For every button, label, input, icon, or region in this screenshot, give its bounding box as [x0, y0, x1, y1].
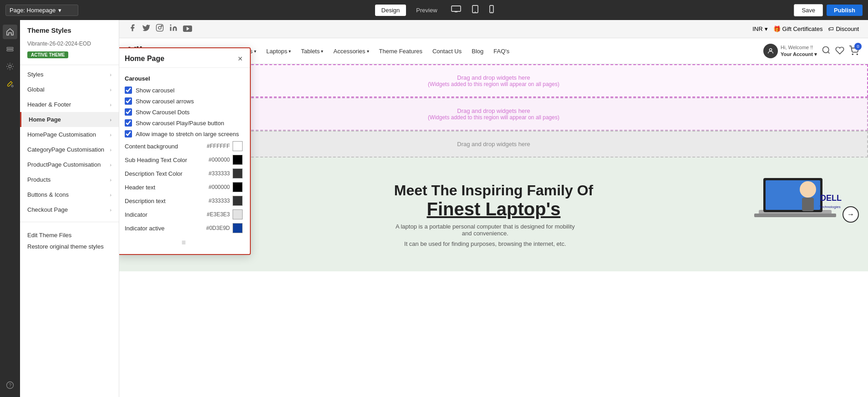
sidebar-item-homepage-customisation[interactable]: HomePage Customisation ›	[20, 127, 119, 142]
svg-rect-24	[754, 214, 836, 217]
nav-link-accessories[interactable]: Accessories ▾	[329, 46, 373, 56]
sidebar-bottom: Edit Theme Files Restore original theme …	[20, 224, 119, 258]
twitter-icon[interactable]	[142, 24, 150, 34]
nav-link-theme-features[interactable]: Theme Features	[375, 46, 427, 56]
color-field-2: Description Text Color #333333	[125, 168, 243, 178]
sidebar-item-home-page[interactable]: Home Page ›	[20, 112, 119, 127]
carousel-next-button[interactable]: →	[843, 206, 859, 223]
nav-link-faq[interactable]: FAQ's	[489, 46, 514, 56]
color-swatch-1[interactable]	[233, 155, 243, 165]
inr-dropdown[interactable]: INR ▾	[752, 25, 767, 32]
edit-theme-files-link[interactable]: Edit Theme Files	[27, 229, 112, 241]
panel-header: Home Page ×	[119, 48, 250, 68]
nav-link-blog[interactable]: Blog	[467, 46, 488, 56]
show-carousel-arrows-checkbox[interactable]	[125, 97, 132, 105]
mobile-device-button[interactable]	[486, 3, 497, 17]
color-swatch-4[interactable]	[233, 196, 243, 206]
svg-point-8	[9, 65, 11, 68]
color-field-5: Indicator #E3E3E3	[125, 209, 243, 219]
chevron-right-icon: ›	[110, 177, 112, 183]
sidebar-item-global[interactable]: Global ›	[20, 82, 119, 97]
youtube-icon[interactable]	[183, 24, 192, 34]
publish-button[interactable]: Publish	[827, 5, 863, 16]
nav-link-contact[interactable]: Contact Us	[428, 46, 466, 56]
account-section[interactable]: Hi, Welcome !! Your Account ▾	[763, 44, 817, 58]
show-play-pause-checkbox[interactable]	[125, 119, 132, 127]
nav-link-tablets[interactable]: Tablets ▾	[296, 46, 328, 56]
chevron-right-icon: ›	[110, 192, 112, 198]
facebook-icon[interactable]	[128, 24, 137, 34]
chevron-right-icon: ›	[110, 132, 112, 137]
svg-line-20	[828, 51, 830, 53]
allow-stretch-checkbox[interactable]	[125, 130, 132, 137]
top-bar: Page: Homepage ▾ Design Preview Save Pub…	[0, 0, 868, 20]
cart-badge: 0	[854, 43, 862, 50]
icon-sidebar: ?	[0, 20, 20, 397]
carousel-description: A laptop is a portable personal computer…	[394, 223, 576, 237]
sidebar-item-checkout[interactable]: Checkout Page ›	[20, 202, 119, 217]
color-hex-3: #000000	[208, 184, 230, 190]
chevron-down-icon: ▾	[289, 49, 291, 54]
preview-button[interactable]: Preview	[410, 5, 443, 16]
show-carousel-checkbox[interactable]	[125, 87, 132, 94]
design-button[interactable]: Design	[375, 5, 406, 16]
color-hex-4: #333333	[208, 198, 230, 204]
sidebar-icon-help[interactable]: ?	[3, 378, 17, 392]
color-swatch-2[interactable]	[233, 168, 243, 178]
checkbox-show-carousel-dots: Show Carousel Dots	[125, 108, 243, 116]
linkedin-icon[interactable]	[169, 24, 178, 34]
sidebar-item-products[interactable]: Products ›	[20, 172, 119, 187]
wishlist-icon[interactable]	[835, 46, 844, 56]
theme-sidebar: Theme Styles Vibrante-26-02-2024-EOD ACT…	[20, 20, 119, 397]
inr-label: INR	[752, 25, 762, 32]
panel-body: Carousel Show carousel Show carousel arr…	[119, 68, 250, 254]
chevron-down-icon: ▾	[367, 49, 369, 54]
chevron-right-icon: ›	[110, 117, 112, 122]
svg-text:Technologies: Technologies	[819, 205, 841, 209]
sidebar-item-buttons-icons[interactable]: Buttons & Icons ›	[20, 187, 119, 202]
color-label-1: Sub Heading Text Color	[125, 157, 187, 163]
sidebar-icon-settings[interactable]	[3, 59, 17, 74]
discount-label: Discount	[836, 25, 859, 32]
sidebar-item-category-customisation[interactable]: CategoryPage Customisation ›	[20, 142, 119, 157]
sidebar-item-header-footer[interactable]: Header & Footer ›	[20, 97, 119, 112]
sidebar-item-buttons-icons-label: Buttons & Icons	[27, 191, 69, 198]
discount-link[interactable]: 🏷 Discount	[828, 25, 859, 32]
show-carousel-label: Show carousel	[136, 87, 174, 94]
color-field-1: Sub Heading Text Color #000000	[125, 155, 243, 165]
color-swatch-3[interactable]	[233, 182, 243, 192]
nav-right: Hi, Welcome !! Your Account ▾ 0	[763, 44, 859, 58]
search-icon[interactable]	[822, 46, 831, 57]
color-swatch-6[interactable]	[233, 223, 243, 233]
nav-link-laptops[interactable]: Laptops ▾	[262, 46, 295, 56]
inr-chevron-icon: ▾	[765, 25, 768, 32]
color-swatch-0[interactable]	[233, 141, 243, 151]
panel-close-button[interactable]: ×	[238, 55, 243, 63]
checkbox-allow-stretch: Allow image to stretch on large screens	[125, 130, 243, 137]
svg-rect-1	[455, 11, 457, 12]
scroll-indicator: ≡	[125, 237, 243, 249]
sidebar-item-product-customisation[interactable]: ProductPage Customisation ›	[20, 157, 119, 172]
color-label-3: Header text	[125, 184, 155, 191]
main-layout: ? Theme Styles Vibrante-26-02-2024-EOD A…	[0, 20, 868, 397]
carousel-section-title: Carousel	[125, 75, 243, 82]
chevron-right-icon: ›	[110, 162, 112, 168]
show-carousel-dots-checkbox[interactable]	[125, 108, 132, 116]
color-label-5: Indicator	[125, 211, 147, 218]
color-field-3: Header text #000000	[125, 182, 243, 192]
restore-theme-link[interactable]: Restore original theme styles	[27, 241, 112, 252]
carousel-description-2: It can be used for finding purposes, bro…	[394, 240, 576, 247]
sidebar-icon-layers[interactable]	[3, 42, 17, 56]
save-button[interactable]: Save	[794, 4, 823, 16]
sidebar-icon-home[interactable]	[3, 25, 17, 39]
color-swatch-5[interactable]	[233, 209, 243, 219]
sidebar-item-styles[interactable]: Styles ›	[20, 67, 119, 82]
tablet-device-button[interactable]	[468, 3, 482, 17]
gift-certificates-link[interactable]: 🎁 Gift Certificates	[773, 25, 823, 32]
cart-icon[interactable]: 0	[849, 46, 859, 57]
svg-point-14	[161, 25, 162, 26]
instagram-icon[interactable]	[156, 24, 164, 34]
page-selector[interactable]: Page: Homepage ▾	[5, 5, 78, 16]
sidebar-icon-paint[interactable]	[3, 76, 17, 91]
desktop-device-button[interactable]	[447, 3, 465, 17]
